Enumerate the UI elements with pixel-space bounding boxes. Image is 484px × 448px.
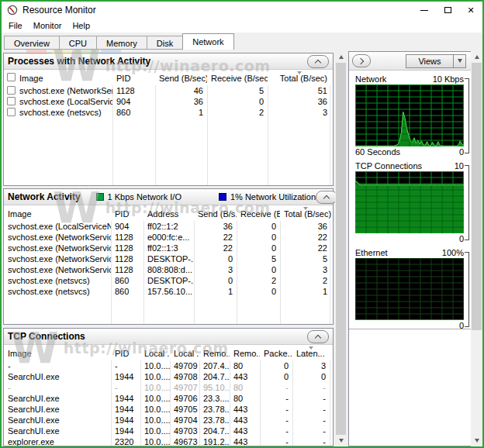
scroll-down-icon[interactable] bbox=[335, 435, 347, 446]
cell: 23.78... bbox=[199, 415, 230, 426]
column-header-label: Image bbox=[19, 74, 43, 83]
column-header[interactable]: Address bbox=[143, 205, 194, 221]
tab-memory[interactable]: Memory bbox=[96, 36, 147, 50]
column-header[interactable]: Remo... bbox=[199, 345, 230, 360]
row-checkbox[interactable] bbox=[7, 86, 16, 95]
cell: 49708 bbox=[170, 371, 199, 382]
column-header[interactable]: Send (B/sec) bbox=[155, 70, 207, 85]
tab-overview[interactable]: Overview bbox=[4, 36, 59, 50]
scroll-down-icon[interactable] bbox=[471, 435, 482, 446]
scrollbar-thumb[interactable] bbox=[472, 63, 482, 330]
column-header[interactable]: Local ... bbox=[170, 345, 199, 360]
table-row[interactable]: SearchUI.exe194410.0....49708204.7...443… bbox=[4, 371, 333, 382]
column-header[interactable]: Image bbox=[4, 70, 112, 85]
right-scrollbar[interactable] bbox=[471, 51, 482, 446]
cell: 1944 bbox=[111, 393, 140, 404]
maximize-button[interactable] bbox=[436, 2, 459, 19]
table-row[interactable]: SearchUI.exe194410.0....4970623.3....80-… bbox=[4, 393, 333, 404]
table-row[interactable]: svchost.exe (LocalServiceNetwo...904ff02… bbox=[4, 221, 333, 232]
collapse-button[interactable] bbox=[307, 55, 329, 68]
table-row[interactable]: svchost.exe (NetworkService)1128e000:fc:… bbox=[4, 232, 333, 243]
cell: 860 bbox=[111, 286, 143, 297]
cell: 0 bbox=[194, 253, 237, 264]
cell: ff02::1:2 bbox=[143, 221, 194, 232]
table-body: svchost.exe (LocalServiceNetwo...904ff02… bbox=[4, 221, 333, 324]
table-row[interactable]: svchost.exe (NetworkService)1128808:808:… bbox=[4, 264, 333, 275]
expand-panel-button[interactable] bbox=[352, 54, 371, 67]
column-header[interactable]: PID bbox=[112, 70, 155, 85]
tcp-connections-section: TCP Connections ImagePIDLocal ...Local .… bbox=[3, 328, 334, 446]
table-row[interactable]: SearchUI.exe194410.0....4970523.78...443… bbox=[4, 404, 333, 415]
cell: 157.56.10... bbox=[143, 286, 194, 297]
cell: SearchUI.exe bbox=[4, 404, 111, 415]
column-header[interactable]: Image bbox=[4, 345, 111, 360]
scroll-up-icon[interactable] bbox=[471, 51, 482, 63]
tab-cpu[interactable]: CPU bbox=[59, 36, 96, 50]
menu-help[interactable]: Help bbox=[67, 21, 95, 30]
cell: 49709 bbox=[170, 360, 199, 371]
column-header[interactable]: Receive (B/sec) bbox=[207, 70, 268, 85]
column-header[interactable]: Total (B/sec) bbox=[280, 205, 331, 221]
table-row[interactable]: svchost.exe (NetworkService)1128DESKTOP-… bbox=[4, 253, 333, 264]
cell: 0 bbox=[260, 371, 292, 382]
table-row[interactable]: svchost.exe (netsvcs)860123 bbox=[4, 107, 333, 118]
cell: 1128 bbox=[111, 243, 143, 253]
select-all-checkbox[interactable] bbox=[7, 73, 16, 81]
row-checkbox[interactable] bbox=[7, 97, 16, 105]
table-row[interactable]: --10.0....4970795.10...80-- bbox=[4, 382, 333, 393]
cell: svchost.exe (LocalServiceNet... bbox=[4, 96, 112, 107]
cell: 1 bbox=[155, 107, 207, 118]
cell: 36 bbox=[280, 221, 331, 232]
column-header[interactable]: Laten... bbox=[292, 345, 330, 360]
cell: 36 bbox=[155, 96, 207, 107]
cell: 23.3.... bbox=[199, 393, 230, 404]
collapse-button[interactable] bbox=[316, 191, 337, 204]
cell: 3 bbox=[194, 264, 237, 275]
tab-network[interactable]: Network bbox=[182, 33, 233, 50]
triangle-down-icon bbox=[458, 59, 462, 63]
table-row[interactable]: svchost.exe (netsvcs)860157.56.10...101 bbox=[4, 286, 333, 297]
column-header[interactable]: Send (B/s... bbox=[194, 205, 237, 221]
section-title: Processes with Network Activity bbox=[8, 56, 150, 67]
column-header-label: Local ... bbox=[174, 349, 199, 358]
tab-disk[interactable]: Disk bbox=[147, 36, 182, 50]
column-header-label: Local ... bbox=[144, 349, 170, 358]
left-scrollbar[interactable] bbox=[335, 51, 347, 446]
table-row[interactable]: --10.0....49709207.4...8003 bbox=[4, 360, 333, 371]
table-row[interactable]: SearchUI.exe194410.0....4970423.78...443… bbox=[4, 415, 333, 426]
cell: 860 bbox=[111, 275, 143, 286]
close-button[interactable]: ✕ bbox=[459, 2, 482, 19]
table-row[interactable]: SearchUI.exe194410.0....49703204.7...443… bbox=[4, 426, 333, 436]
ethernet-graph bbox=[355, 258, 464, 320]
table-row[interactable]: explorer.exe232010.0....49673191.2...443… bbox=[4, 436, 333, 446]
minimize-icon bbox=[420, 10, 428, 11]
menu-file[interactable]: File bbox=[3, 21, 28, 30]
column-header[interactable]: Remo... bbox=[230, 345, 260, 360]
column-header[interactable]: Local ... bbox=[140, 345, 170, 360]
column-header[interactable]: PID bbox=[111, 345, 140, 360]
scroll-up-icon[interactable] bbox=[335, 51, 347, 63]
table-header-row: ImagePIDSend (B/sec)Receive (B/sec)Total… bbox=[4, 70, 333, 85]
column-header[interactable]: Packe... bbox=[260, 345, 292, 360]
row-checkbox[interactable] bbox=[7, 108, 16, 116]
table-row[interactable]: svchost.exe (LocalServiceNet...90436036 bbox=[4, 96, 333, 107]
cell: 5 bbox=[237, 253, 280, 264]
menu-monitor[interactable]: Monitor bbox=[28, 21, 67, 30]
column-header[interactable]: PID bbox=[111, 205, 143, 221]
column-header[interactable]: Receive (B... bbox=[237, 205, 280, 221]
minimize-button[interactable] bbox=[413, 2, 436, 19]
views-button[interactable]: Views bbox=[406, 54, 454, 68]
column-header[interactable]: Image bbox=[4, 205, 111, 221]
table-row[interactable]: svchost.exe (NetworkService)112846551 bbox=[4, 85, 333, 96]
cell: 0 bbox=[237, 221, 280, 232]
table-row[interactable]: svchost.exe (netsvcs)860DESKTOP-...022 bbox=[4, 275, 333, 286]
cell: - bbox=[292, 426, 330, 436]
column-header-label: Image bbox=[8, 349, 32, 358]
network-graph-block: Network 10 Kbps 60 Seconds 0 bbox=[349, 74, 471, 157]
cell: 443 bbox=[230, 371, 260, 382]
column-header[interactable]: Total (B/sec) bbox=[268, 70, 331, 85]
table-row[interactable]: svchost.exe (NetworkService)1128ff02::1:… bbox=[4, 243, 333, 253]
collapse-button[interactable] bbox=[307, 330, 329, 343]
scrollbar-thumb[interactable] bbox=[336, 63, 346, 435]
views-dropdown-arrow[interactable] bbox=[454, 54, 466, 68]
